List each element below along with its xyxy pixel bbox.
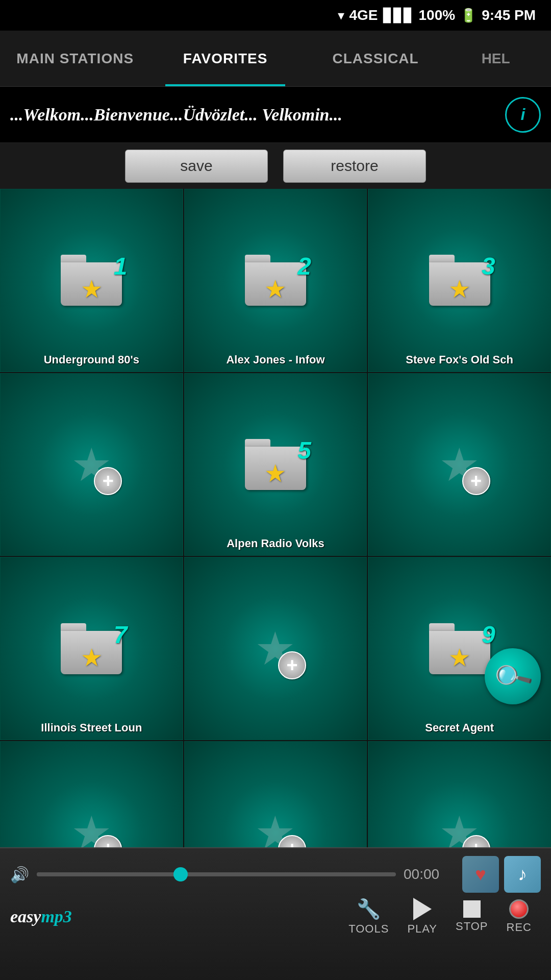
bottom-player: 🔊 00:00 ♥ ♪ easy mp3 🔧 TOOLS bbox=[0, 847, 551, 980]
grid-cell-9[interactable]: 9 ★ Secret Agent bbox=[368, 557, 551, 740]
slot-number-7: 7 bbox=[114, 621, 128, 649]
add-icon-8: + bbox=[278, 651, 306, 679]
welcome-text: ...Welkom...Bienvenue...Üdvözlet... Velk… bbox=[10, 105, 505, 125]
add-icon-6: + bbox=[462, 467, 490, 495]
grid-cell-4[interactable]: ★ + bbox=[0, 373, 183, 556]
folder-icon-2: 2 ★ bbox=[245, 255, 306, 306]
stop-icon bbox=[463, 900, 481, 918]
stop-button[interactable]: STOP bbox=[446, 900, 497, 933]
rec-button[interactable]: REC bbox=[497, 899, 541, 934]
empty-slot-12: ★ + bbox=[429, 802, 490, 847]
slot-number-1: 1 bbox=[114, 252, 128, 280]
empty-slot-10: ★ + bbox=[61, 802, 122, 847]
tab-favorites[interactable]: FAVORITES bbox=[150, 31, 300, 86]
music-button[interactable]: ♪ bbox=[504, 856, 541, 893]
signal-icon: ▊▊▊ bbox=[383, 8, 414, 23]
music-icon: ♪ bbox=[518, 864, 527, 885]
slot-number-3: 3 bbox=[482, 252, 495, 280]
grid-cell-7[interactable]: 7 ★ Illinois Street Loun bbox=[0, 557, 183, 740]
grid-cell-11[interactable]: ★ + bbox=[184, 741, 367, 847]
heart-icon: ♥ bbox=[475, 864, 486, 885]
save-button[interactable]: save bbox=[125, 150, 268, 183]
volume-icon: 🔊 bbox=[10, 866, 29, 884]
search-icon: 🔍 bbox=[491, 654, 535, 698]
folder-icon-3: 3 ★ bbox=[429, 255, 490, 306]
empty-slot-8: ★ + bbox=[245, 618, 306, 679]
rec-icon bbox=[509, 899, 529, 919]
star-icon-9: ★ bbox=[448, 643, 470, 672]
grid-cell-6[interactable]: ★ + bbox=[368, 373, 551, 556]
station-name-7: Illinois Street Loun bbox=[1, 721, 183, 734]
player-top-row: 🔊 00:00 ♥ ♪ bbox=[10, 856, 541, 893]
empty-slot-11: ★ + bbox=[245, 802, 306, 847]
play-label: PLAY bbox=[407, 922, 437, 936]
star-icon-7: ★ bbox=[81, 643, 103, 672]
progress-fill bbox=[37, 872, 181, 876]
status-bar: ▾ 4GE ▊▊▊ 100% 🔋 9:45 PM bbox=[0, 0, 551, 31]
play-button[interactable]: PLAY bbox=[398, 898, 446, 936]
progress-bar[interactable] bbox=[37, 872, 396, 876]
restore-button[interactable]: restore bbox=[283, 150, 426, 183]
slot-number-9: 9 bbox=[482, 621, 495, 649]
tab-classical[interactable]: CLASSICAL bbox=[300, 31, 450, 86]
search-fab-button[interactable]: 🔍 bbox=[485, 648, 541, 704]
star-icon-2: ★ bbox=[264, 275, 286, 303]
folder-icon-9: 9 ★ bbox=[429, 623, 490, 674]
battery-percent: 100% bbox=[419, 7, 456, 23]
station-name-3: Steve Fox's Old Sch bbox=[368, 353, 550, 366]
station-name-1: Underground 80's bbox=[1, 353, 183, 366]
play-icon bbox=[413, 898, 432, 920]
tools-label: TOOLS bbox=[348, 922, 389, 936]
welcome-banner: ...Welkom...Bienvenue...Üdvözlet... Velk… bbox=[0, 87, 551, 143]
grid-cell-3[interactable]: 3 ★ Steve Fox's Old Sch bbox=[368, 189, 551, 372]
app-logo: easy mp3 bbox=[10, 907, 329, 926]
heart-button[interactable]: ♥ bbox=[462, 856, 499, 893]
time-display: 9:45 PM bbox=[482, 7, 536, 23]
empty-slot-6: ★ + bbox=[429, 434, 490, 495]
star-icon-5: ★ bbox=[264, 459, 286, 487]
station-name-9: Secret Agent bbox=[368, 721, 550, 734]
station-name-5: Alpen Radio Volks bbox=[185, 537, 367, 550]
favorites-grid: 1 ★ Underground 80's 2 ★ Alex Jones - In… bbox=[0, 189, 551, 847]
grid-cell-1[interactable]: 1 ★ Underground 80's bbox=[0, 189, 183, 372]
tools-button[interactable]: 🔧 TOOLS bbox=[339, 898, 398, 936]
empty-slot-4: ★ + bbox=[61, 434, 122, 495]
rec-label: REC bbox=[507, 921, 532, 934]
slot-number-5: 5 bbox=[297, 436, 311, 464]
player-bottom-row: easy mp3 🔧 TOOLS PLAY STOP REC bbox=[10, 898, 541, 936]
wifi-icon: ▾ bbox=[338, 8, 344, 23]
grid-cell-2[interactable]: 2 ★ Alex Jones - Infow bbox=[184, 189, 367, 372]
star-icon-1: ★ bbox=[81, 275, 103, 303]
grid-cell-12[interactable]: ★ + bbox=[368, 741, 551, 847]
player-icon-buttons: ♥ ♪ bbox=[462, 856, 541, 893]
tools-icon: 🔧 bbox=[357, 898, 381, 920]
grid-cell-10[interactable]: ★ + bbox=[0, 741, 183, 847]
progress-thumb bbox=[173, 867, 188, 881]
stop-label: STOP bbox=[456, 920, 488, 933]
folder-icon-1: 1 ★ bbox=[61, 255, 122, 306]
tab-bar: MAIN STATIONS FAVORITES CLASSICAL HEL bbox=[0, 31, 551, 87]
folder-icon-5: 5 ★ bbox=[245, 439, 306, 490]
folder-icon-7: 7 ★ bbox=[61, 623, 122, 674]
slot-number-2: 2 bbox=[297, 252, 311, 280]
star-icon-3: ★ bbox=[448, 275, 470, 303]
status-icons: ▾ 4GE ▊▊▊ 100% 🔋 9:45 PM bbox=[338, 7, 536, 23]
tab-main-stations[interactable]: MAIN STATIONS bbox=[0, 31, 150, 86]
grid-cell-5[interactable]: 5 ★ Alpen Radio Volks bbox=[184, 373, 367, 556]
station-name-2: Alex Jones - Infow bbox=[185, 353, 367, 366]
main-content: 1 ★ Underground 80's 2 ★ Alex Jones - In… bbox=[0, 189, 551, 847]
network-type: 4GE bbox=[349, 7, 378, 23]
player-controls: 🔧 TOOLS PLAY STOP REC bbox=[339, 898, 541, 936]
time-elapsed: 00:00 bbox=[404, 866, 455, 883]
info-button[interactable]: i bbox=[505, 97, 541, 133]
add-icon-4: + bbox=[94, 467, 122, 495]
battery-icon: 🔋 bbox=[460, 8, 477, 23]
grid-cell-8[interactable]: ★ + bbox=[184, 557, 367, 740]
action-buttons-row: save restore bbox=[0, 143, 551, 189]
tab-help[interactable]: HEL bbox=[450, 51, 551, 67]
